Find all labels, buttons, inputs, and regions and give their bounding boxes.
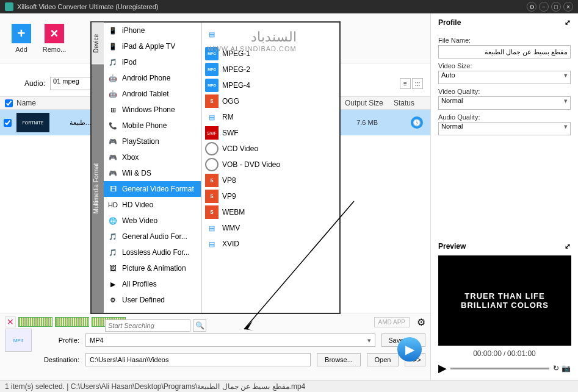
format-item[interactable]: 5VP8: [201, 173, 339, 188]
audio-quality-label: Audio Quality:: [438, 113, 571, 121]
profile-title: Profile: [438, 18, 461, 27]
expand-icon[interactable]: ⤢: [565, 18, 571, 27]
format-item[interactable]: MPGMPEG-4: [201, 77, 339, 93]
format-item[interactable]: SWFSWF: [201, 125, 339, 141]
category-icon: 🖼: [107, 263, 118, 274]
format-item[interactable]: VCD Video: [201, 141, 339, 157]
category-item[interactable]: 📱iPad & Apple TV: [104, 38, 201, 54]
open-button[interactable]: Open: [367, 353, 399, 366]
category-icon: 📱: [107, 25, 118, 36]
file-name-input[interactable]: [438, 45, 571, 59]
video-thumbnail: FORTNITE: [16, 113, 49, 132]
camera-icon[interactable]: 📷: [562, 364, 571, 372]
settings-icon[interactable]: ⚙: [527, 2, 536, 12]
format-item[interactable]: MPGMPEG-2: [201, 62, 339, 77]
loop-icon[interactable]: ↻: [553, 364, 559, 372]
preview-expand-icon[interactable]: ⤢: [565, 242, 571, 251]
preview-time: 00:00:00 / 00:01:00: [438, 349, 571, 358]
gear-icon[interactable]: ⚙: [417, 316, 425, 328]
category-icon: 📱: [107, 41, 118, 52]
destination-input[interactable]: C:\Users\Ali Hasan\Videos: [85, 353, 311, 366]
waveform-1[interactable]: [18, 317, 52, 327]
format-icon: ▤: [205, 221, 219, 235]
audio-label: Audio:: [24, 79, 45, 88]
format-icon: 5: [205, 205, 219, 219]
category-item[interactable]: ⚙User Defined: [104, 292, 201, 308]
format-item[interactable]: ▤WMV: [201, 220, 339, 236]
format-icon: 5: [205, 174, 219, 187]
format-item[interactable]: VOB - DVD Video: [201, 157, 339, 173]
tab-device[interactable]: Device: [92, 23, 104, 64]
col-output-size[interactable]: Output Size: [345, 99, 394, 107]
format-item[interactable]: ▤XVID: [201, 236, 339, 252]
row-checkbox[interactable]: [4, 119, 12, 127]
category-item[interactable]: 🎮Xbox: [104, 149, 201, 165]
status-text: 1 item(s) selected. | C:\Users\Ali Hasan…: [5, 382, 305, 391]
profile-panel: Profile⤢ File Name: Video Size: Auto Vid…: [430, 13, 578, 380]
category-icon: 🎮: [107, 152, 118, 163]
format-icon: ▤: [205, 110, 219, 124]
category-item[interactable]: 🖼Picture & Animation: [104, 260, 201, 276]
bottom-panel: ✕ AMD APP ⚙ 🔍 MP4 Profile: MP4 Save As..…: [0, 313, 430, 380]
search-input[interactable]: [105, 319, 190, 332]
category-item[interactable]: 📱iPhone: [104, 23, 201, 38]
view-toggle: ≡ :::: [400, 78, 423, 89]
minimize-icon[interactable]: −: [539, 2, 549, 12]
format-item[interactable]: 5WEBM: [201, 204, 339, 220]
category-icon: 🎵: [107, 57, 118, 68]
category-item[interactable]: 🎮PlayStation: [104, 134, 201, 149]
close-icon[interactable]: ×: [563, 2, 573, 12]
category-item[interactable]: 🤖Android Tablet: [104, 86, 201, 102]
format-item[interactable]: ▤RM: [201, 109, 339, 125]
waveform-2[interactable]: [55, 317, 89, 327]
cancel-clip-icon[interactable]: ✕: [5, 316, 16, 327]
format-item[interactable]: MPGMPEG-1: [201, 46, 339, 62]
category-item[interactable]: 🎞General Video Format: [104, 181, 201, 197]
add-button[interactable]: + Add: [5, 17, 38, 60]
search-icon[interactable]: 🔍: [193, 319, 206, 332]
grid-view-icon[interactable]: :::: [412, 78, 423, 89]
profile-thumb-icon: MP4: [5, 329, 32, 352]
play-icon[interactable]: ▶: [438, 362, 447, 375]
format-item-blank[interactable]: ▤: [201, 23, 339, 46]
format-icon: 5: [205, 190, 219, 203]
format-icon: MPG: [205, 63, 219, 76]
profile-select[interactable]: MP4: [85, 333, 375, 347]
browse-button[interactable]: Browse...: [317, 353, 361, 366]
category-item[interactable]: 🎵General Audio For...: [104, 229, 201, 244]
select-all-checkbox[interactable]: [5, 99, 13, 107]
category-item[interactable]: 📞Mobile Phone: [104, 118, 201, 134]
category-icon: 🎵: [107, 231, 118, 242]
app-logo-icon: [5, 2, 13, 11]
category-item[interactable]: 🎵iPod: [104, 54, 201, 70]
titlebar: Xilisoft Video Converter Ultimate (Unreg…: [0, 0, 578, 13]
category-item[interactable]: HDHD Video: [104, 197, 201, 213]
category-item[interactable]: ⊞Windows Phone: [104, 102, 201, 118]
file-name-cell: ...طبيعة: [54, 119, 91, 127]
list-view-icon[interactable]: ≡: [400, 78, 411, 89]
category-item[interactable]: ▶All Profiles: [104, 276, 201, 292]
preview-viewport: TRUER THAN LIFE BRILLIANT COLORS: [438, 255, 571, 346]
category-item[interactable]: 🌐Web Video: [104, 213, 201, 229]
remove-icon: ×: [45, 24, 64, 43]
convert-button[interactable]: ▶: [397, 337, 422, 362]
category-item[interactable]: 🎮Wii & DS: [104, 165, 201, 181]
profile-label: Profile:: [38, 337, 79, 344]
category-icon: 📞: [107, 120, 118, 131]
col-status[interactable]: Status: [394, 99, 430, 107]
video-quality-select[interactable]: Normal: [438, 96, 571, 110]
maximize-icon[interactable]: □: [551, 2, 561, 12]
category-item[interactable]: 🤖Android Phone: [104, 70, 201, 86]
window-title: Xilisoft Video Converter Ultimate (Unreg…: [17, 3, 527, 10]
format-item[interactable]: 5VP9: [201, 188, 339, 204]
format-icon: SWF: [205, 126, 219, 140]
audio-quality-select[interactable]: Normal: [438, 122, 571, 135]
remove-button[interactable]: × Remo...: [38, 17, 71, 60]
video-size-select[interactable]: Auto: [438, 71, 571, 84]
format-item[interactable]: 5OGG: [201, 93, 339, 109]
category-icon: ▶: [107, 279, 118, 290]
category-item[interactable]: 🎵Lossless Audio For...: [104, 244, 201, 260]
tab-multimedia-format[interactable]: Multimedia Format: [92, 64, 104, 313]
preview-slider[interactable]: [450, 368, 549, 369]
format-icon: ▤: [205, 237, 219, 251]
